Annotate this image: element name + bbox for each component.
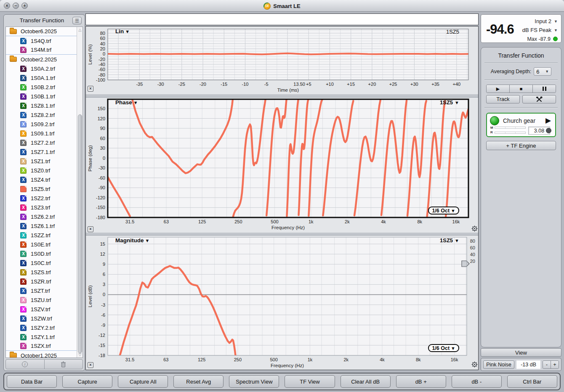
tools-button[interactable] <box>522 95 556 103</box>
record-dot-icon[interactable] <box>546 128 551 133</box>
source-active-indicator[interactable] <box>490 116 499 125</box>
toolbar-button-capture-all[interactable]: Capture All <box>118 375 168 388</box>
list-item-trf-file[interactable]: X1SZ3.trf <box>6 203 77 212</box>
list-item-trf-file[interactable]: X1SZ4.trf <box>6 175 77 184</box>
list-item-trf-file[interactable]: X1SZ6.1.trf <box>6 221 77 230</box>
list-item-trf-file[interactable]: X1S09.1.trf <box>6 129 77 138</box>
list-item-trf-file[interactable]: X1S4Q.trf <box>6 36 77 45</box>
magnitude-banding-dropdown[interactable]: 1/6 Oct▼ <box>428 344 459 352</box>
lin-trace-legend[interactable]: 1SZ5 <box>446 29 459 35</box>
list-item-trf-file[interactable]: X1SZ8.2.trf <box>6 110 77 119</box>
phase-banding-dropdown[interactable]: 1/6 Oct▼ <box>428 207 459 215</box>
sidebar-menu-button[interactable]: ☰ <box>72 17 82 24</box>
list-item-trf-file[interactable]: X1SZV.trf <box>6 305 77 314</box>
generator-level-minus-button[interactable]: - <box>543 361 551 368</box>
list-item-trf-file[interactable]: X1SZS.trf <box>6 268 77 277</box>
phase-settings-gear-icon[interactable] <box>471 225 478 232</box>
toolbar-button-tf-view[interactable]: TF View <box>285 375 335 388</box>
lin-chart-svg[interactable]: 806040200-20-40-60-80-100-35-30-25-20-15… <box>86 26 478 94</box>
trf-file-icon: X <box>20 241 27 248</box>
list-item-trf-file[interactable]: X1S0B.2.trf <box>6 82 77 92</box>
folder-row-october1.2025[interactable]: October1.2025 <box>6 351 77 358</box>
folder-row-october6.2025[interactable]: October6.2025 <box>6 27 77 36</box>
list-item-trf-file[interactable]: X1SZ7.2.trf <box>6 138 77 147</box>
pause-button[interactable] <box>532 85 556 93</box>
play-button[interactable]: ▶ <box>487 85 509 93</box>
magnitude-settings-gear-icon[interactable] <box>471 361 478 368</box>
phase-chart-type-dropdown[interactable]: Phase▼ <box>115 99 138 106</box>
toolbar-button-data-bar[interactable]: Data Bar <box>7 375 57 388</box>
list-item-trf-file[interactable]: X1SZU.trf <box>6 295 77 305</box>
svg-text:-30: -30 <box>98 165 105 170</box>
list-item-trf-file[interactable]: X1SZR.trf <box>6 277 77 286</box>
scroll-down-icon[interactable]: ▽ <box>77 352 83 358</box>
list-item-trf-file[interactable]: X1SZ2.trf <box>6 193 77 203</box>
list-item-trf-file[interactable]: X1SZW.trf <box>6 314 77 323</box>
list-item-trf-file[interactable]: X1SZT.trf <box>6 286 77 295</box>
list-item-trf-file[interactable]: X1SZY.1.trf <box>6 332 77 342</box>
list-item-trf-file[interactable]: X1S0A.2.trf <box>6 64 77 73</box>
file-info-button[interactable]: i <box>6 360 44 369</box>
stop-button[interactable]: ■ <box>509 85 532 93</box>
list-item-trf-file[interactable]: X1S0A.1.trf <box>6 73 77 82</box>
list-item-trf-file[interactable]: X1SZ6.2.trf <box>6 212 77 221</box>
list-item-trf-file[interactable]: X1SZY.2.trf <box>6 323 77 332</box>
svg-text:250: 250 <box>234 219 242 224</box>
meter-mode-dropdown[interactable]: dB FS Peak▼ <box>522 26 558 34</box>
source-play-icon[interactable]: ▶ <box>545 116 551 125</box>
track-button[interactable]: Track <box>486 95 520 103</box>
file-name: 1S0D.trf <box>31 251 51 257</box>
toolbar-button-ctrl-bar[interactable]: Ctrl Bar <box>507 375 557 388</box>
input-select-dropdown[interactable]: Input 2▼ <box>522 17 558 26</box>
list-item-trf-file[interactable]: X1SZX.trf <box>6 342 77 351</box>
toolbar-button-capture[interactable]: Capture <box>62 375 112 388</box>
toolbar-button-clear-all-db[interactable]: Clear All dB <box>341 375 391 388</box>
list-item-trf-file[interactable]: X1S0D.trf <box>6 249 77 258</box>
list-item-trf-file[interactable]: X1S0C.trf <box>6 258 77 268</box>
r-channel-slider[interactable] <box>495 132 526 134</box>
file-list-scrollbar[interactable]: △ ▽ <box>77 27 82 358</box>
magnitude-pane: 15129630-3-6-9-12-15-1831.5631252505001k… <box>86 235 478 370</box>
folder-row-october2.2025[interactable]: October2.2025 <box>6 55 77 64</box>
averaging-depth-select[interactable]: 6▼ <box>534 67 551 76</box>
file-name: 1S0A.1.trf <box>31 75 55 81</box>
svg-text:63: 63 <box>163 357 168 362</box>
list-item-trf-file[interactable]: X1SZ0.trf <box>6 166 77 175</box>
list-item-trf-file[interactable]: X1SZZ.trf <box>6 230 77 240</box>
add-tf-engine-button[interactable]: + TF Engine <box>486 141 556 150</box>
m-channel-slider[interactable] <box>495 127 526 129</box>
list-item-trf-file[interactable]: X1S0E.trf <box>6 240 77 249</box>
magnitude-pane-close-button[interactable]: × <box>88 362 93 368</box>
phase-trace-legend-dropdown[interactable]: 1SZ5▼ <box>440 99 459 106</box>
lin-pane-close-button[interactable]: × <box>88 86 93 92</box>
pink-noise-button[interactable]: Pink Noise <box>483 360 514 369</box>
lin-chart-type-dropdown[interactable]: Lin▼ <box>115 28 130 34</box>
magnitude-chart-svg[interactable]: 15129630-3-6-9-12-15-1831.5631252505001k… <box>86 236 478 370</box>
generator-level-plus-button[interactable]: + <box>551 361 559 368</box>
phase-chart-svg[interactable]: 1501209060300-30-60-90-120-150-18031.563… <box>86 98 478 233</box>
trf-file-icon: X <box>20 130 27 137</box>
svg-text:40: 40 <box>100 41 105 46</box>
file-delete-button[interactable] <box>44 360 83 369</box>
trf-file-list[interactable]: October6.2025X1S4Q.trfX1S4M.trfOctober2.… <box>5 26 83 358</box>
toolbar-button-db-[interactable]: dB + <box>396 375 446 388</box>
toolbar-button-reset-avg[interactable]: Reset Avg <box>173 375 223 388</box>
toolbar-button-db-[interactable]: dB - <box>452 375 502 388</box>
list-item-trf-file[interactable]: X1SZ1.trf <box>6 156 77 166</box>
trf-file-icon: X <box>20 334 27 340</box>
list-item-trf-file[interactable]: 1SZ5.trf <box>6 184 77 193</box>
list-item-trf-file[interactable]: X1S0B.1.trf <box>6 92 77 101</box>
list-item-trf-file[interactable]: X1S09.2.trf <box>6 119 77 129</box>
list-item-trf-file[interactable]: X1SZ8.1.trf <box>6 101 77 110</box>
view-button[interactable]: View <box>481 348 561 357</box>
list-item-trf-file[interactable]: X1S4M.trf <box>6 45 77 55</box>
threshold-slider-arrow-icon[interactable] <box>462 261 469 267</box>
scrollbar-thumb[interactable] <box>78 114 82 353</box>
phase-pane-close-button[interactable]: × <box>88 226 93 232</box>
scroll-up-icon[interactable]: △ <box>77 27 83 33</box>
file-name: 1SZV.trf <box>31 306 50 313</box>
magnitude-chart-type-dropdown[interactable]: Magnitude▼ <box>115 237 149 244</box>
list-item-trf-file[interactable]: X1SZ7.1.trf <box>6 147 77 156</box>
toolbar-button-spectrum-view[interactable]: Spectrum View <box>229 375 279 388</box>
magnitude-trace-legend-dropdown[interactable]: 1SZ5▼ <box>440 237 459 244</box>
